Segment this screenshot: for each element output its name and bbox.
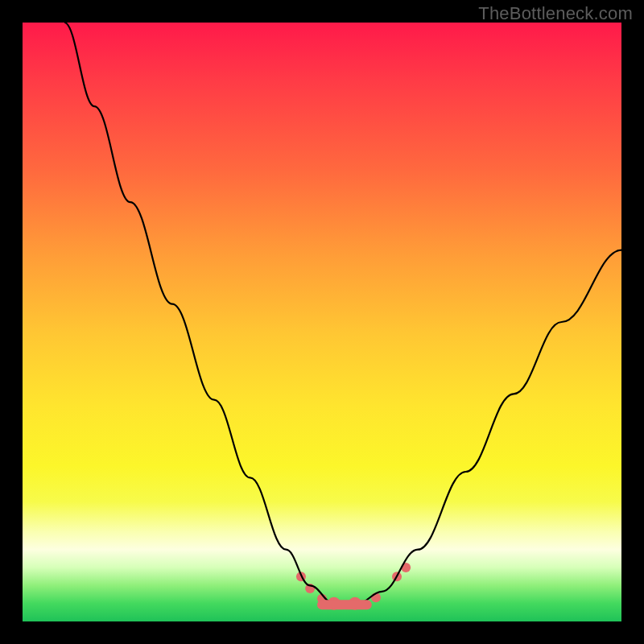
- bottleneck-curve: [64, 23, 621, 604]
- chart-frame: TheBottleneck.com: [0, 0, 644, 644]
- chart-svg: [23, 23, 621, 621]
- watermark-text: TheBottleneck.com: [478, 3, 633, 24]
- chart-plot-area: [23, 23, 621, 621]
